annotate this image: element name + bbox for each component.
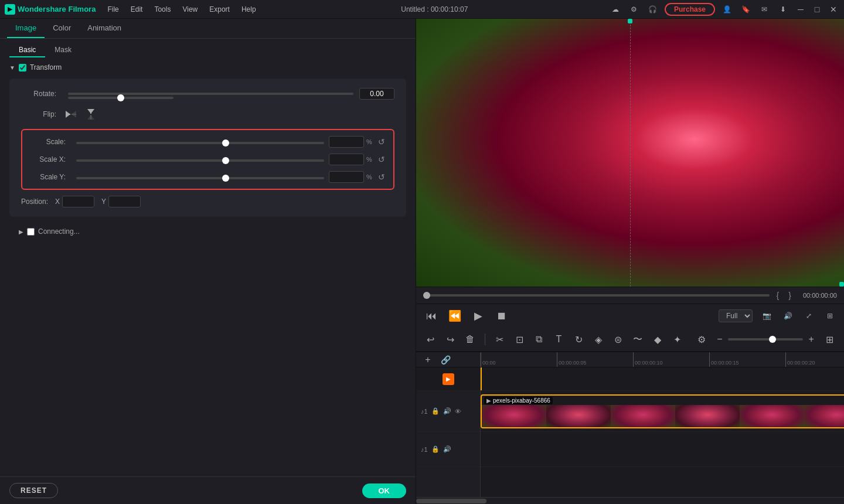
link-button[interactable]: 🔗 [438, 353, 452, 367]
bookmark-icon[interactable]: 🔖 [738, 2, 753, 16]
scale-y-reset-icon[interactable]: ↺ [378, 172, 385, 182]
stop-button[interactable]: ⏹ [494, 308, 510, 324]
ai-button[interactable]: ✦ [669, 331, 685, 348]
screenshot-icon[interactable]: 📷 [760, 309, 774, 323]
undo-button[interactable]: ↩ [423, 331, 438, 348]
settings-tool-icon[interactable]: ⚙ [694, 331, 709, 348]
timeline: + 🔗 00:00 00:00:00:05 00:00:00:10 00:00:… [416, 352, 844, 504]
scale-y-unit: % [366, 173, 375, 181]
minimize-button[interactable]: ─ [795, 4, 806, 15]
close-button[interactable]: ✕ [828, 4, 839, 15]
menu-edit[interactable]: Edit [126, 4, 148, 15]
menu-view[interactable]: View [178, 4, 202, 15]
clip-thumb [546, 405, 611, 427]
connecting-row[interactable]: ▶ Connecting... [9, 223, 406, 240]
play-button[interactable]: ▶ [470, 308, 486, 324]
tab-image[interactable]: Image [7, 19, 45, 38]
skip-back-button[interactable]: ⏮ [423, 308, 440, 324]
text-button[interactable]: T [552, 331, 567, 348]
track-row-audio [481, 432, 844, 467]
copy-button[interactable]: ⧉ [532, 331, 547, 348]
audio-duck-button[interactable]: 〜 [630, 331, 645, 348]
adjust-button[interactable]: ⊜ [611, 331, 626, 348]
headphone-icon[interactable]: 🎧 [646, 2, 660, 16]
tab-color[interactable]: Color [45, 19, 79, 38]
collapse-arrow[interactable]: ▼ [9, 64, 15, 71]
rotate-input[interactable] [359, 88, 394, 100]
purchase-button[interactable]: Purchase [665, 3, 715, 16]
menu-tools[interactable]: Tools [149, 4, 175, 15]
scale-x-slider[interactable] [76, 159, 324, 162]
zoom-controls: − + [714, 331, 818, 348]
redo-button[interactable]: ↪ [443, 331, 458, 348]
reset-button[interactable]: RESET [9, 483, 58, 498]
lock-icon[interactable]: 🔒 [431, 407, 440, 415]
playhead[interactable] [481, 367, 482, 390]
transform-toggle[interactable] [19, 64, 26, 71]
settings-icon[interactable]: ⚙ [627, 2, 641, 16]
rotate-row: Rotate: [21, 88, 394, 100]
bracket-right[interactable]: } [788, 291, 791, 300]
cloud-icon[interactable]: ☁ [608, 2, 622, 16]
subtab-basic[interactable]: Basic [9, 43, 45, 57]
ok-button[interactable]: OK [362, 483, 407, 498]
scale-input[interactable]: 121.00 [329, 136, 364, 148]
menu-bar: File Edit Tools View Export Help [103, 4, 260, 15]
menu-file[interactable]: File [103, 4, 123, 15]
timeline-track-labels: ▶ ♪1 🔒 🔊 👁 ♪1 🔒 🔊 [416, 367, 481, 497]
scale-reset-icon[interactable]: ↺ [378, 137, 385, 147]
clip-rose[interactable]: ▶ pexels-pixabay-56866 [481, 394, 844, 428]
scale-x-reset-icon[interactable]: ↺ [378, 155, 385, 164]
audio-icon[interactable]: 🔊 [781, 309, 795, 323]
cut-button[interactable]: ✂ [492, 331, 508, 348]
bracket-left[interactable]: { [777, 291, 780, 300]
menu-help[interactable]: Help [237, 4, 261, 15]
scale-x-input[interactable]: 121.00 [329, 154, 364, 165]
rotate-slider[interactable] [68, 97, 173, 99]
zoom-slider[interactable] [728, 338, 803, 340]
download-icon[interactable]: ⬇ [776, 2, 790, 16]
subtab-mask[interactable]: Mask [45, 43, 81, 57]
scale-group: Scale: 121.00 % ↺ Scale X: [21, 129, 394, 190]
keyframe-button[interactable]: ◆ [650, 331, 665, 348]
quality-select[interactable]: Full 1/2 1/4 [719, 309, 753, 322]
fullscreen-icon[interactable]: ⤢ [802, 309, 816, 323]
scroll-thumb[interactable] [416, 499, 486, 503]
maximize-button[interactable]: □ [811, 4, 823, 15]
transform-section: ▼ Transform Rotate: Flip: [0, 57, 416, 476]
title-actions: ☁ ⚙ 🎧 Purchase 👤 🔖 ✉ ⬇ ─ □ ✕ [608, 2, 839, 16]
scale-y-input[interactable]: 121.00 [329, 171, 364, 183]
color-match-button[interactable]: ◈ [591, 331, 606, 348]
clip-thumb [675, 405, 740, 427]
position-y-input[interactable]: 0.0 [108, 196, 141, 207]
account-icon[interactable]: 👤 [720, 2, 734, 16]
tab-animation[interactable]: Animation [79, 19, 130, 38]
transform-header: ▼ Transform [9, 63, 406, 71]
position-x-input[interactable]: 0.0 [62, 196, 94, 207]
mail-icon[interactable]: ✉ [757, 2, 771, 16]
zoom-in-button[interactable]: + [805, 331, 817, 348]
delete-button[interactable]: 🗑 [462, 331, 478, 348]
scale-y-slider[interactable] [76, 177, 324, 179]
audio-vol-icon[interactable]: 🔊 [443, 445, 451, 453]
menu-export[interactable]: Export [205, 4, 234, 15]
connecting-toggle[interactable] [27, 228, 35, 236]
flip-horizontal-icon[interactable] [64, 108, 77, 121]
transport-slider[interactable] [423, 294, 770, 297]
svg-marker-7 [87, 115, 94, 120]
scale-slider[interactable] [76, 142, 324, 144]
add-track-button[interactable]: + [421, 353, 435, 367]
layout-icon[interactable]: ⊞ [823, 309, 837, 323]
zoom-out-button[interactable]: − [714, 331, 726, 348]
fit-button[interactable]: ⊞ [822, 331, 837, 348]
flip-vertical-icon[interactable] [84, 108, 97, 121]
crop-button[interactable]: ⊡ [512, 331, 527, 348]
timeline-body: ▶ ♪1 🔒 🔊 👁 ♪1 🔒 🔊 [416, 367, 844, 497]
rotate-tool-button[interactable]: ↻ [571, 331, 586, 348]
audio-lock-icon[interactable]: 🔒 [431, 445, 440, 453]
eye-icon[interactable]: 👁 [455, 408, 461, 415]
step-back-button[interactable]: ⏪ [447, 308, 463, 324]
svg-marker-3 [72, 111, 76, 118]
svg-marker-5 [87, 109, 94, 114]
audio-track-icon[interactable]: 🔊 [443, 407, 451, 415]
